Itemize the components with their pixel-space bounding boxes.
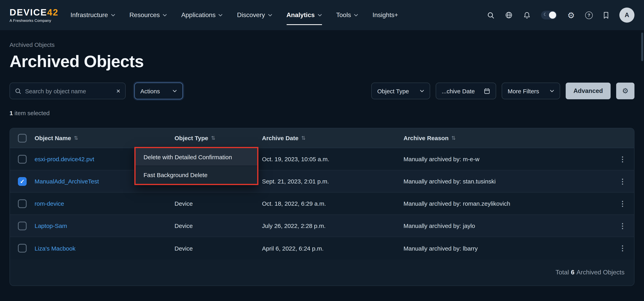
nav-item-discovery[interactable]: Discovery — [237, 9, 272, 21]
bell-icon[interactable] — [523, 11, 531, 19]
chevron-down-icon — [162, 14, 167, 16]
nav-item-analytics[interactable]: Analytics — [286, 9, 322, 21]
logo-42: 42 — [47, 7, 58, 17]
navbar-icons: ☾ ⚙ ? A — [487, 7, 634, 23]
object-name-link[interactable]: Liza's Macbook — [34, 245, 76, 252]
chevron-down-icon — [318, 14, 322, 16]
chevron-down-icon — [218, 14, 223, 16]
column-header-object-type[interactable]: Object Type⇅ — [174, 135, 262, 141]
user-avatar[interactable]: A — [619, 7, 634, 23]
selection-status: 1 item selected — [10, 110, 634, 116]
actions-label: Actions — [140, 88, 160, 94]
selection-count: 1 — [10, 110, 13, 116]
help-question-mark: ? — [585, 11, 593, 19]
select-all-checkbox[interactable] — [18, 134, 27, 142]
gear-icon: ⚙ — [622, 87, 628, 94]
nav-item-tools[interactable]: Tools — [336, 9, 358, 21]
archive-date-label: ...chive Date — [442, 88, 475, 94]
row-checkbox[interactable] — [18, 155, 27, 163]
actions-dropdown-button[interactable]: Actions — [134, 83, 183, 99]
nav-item-infrastructure[interactable]: Infrastructure — [70, 9, 115, 21]
toolbar-filters: Object Type ...chive Date More Filters A… — [371, 83, 634, 99]
table-row: Liza's MacbookDeviceApril 6, 2022, 6:24 … — [10, 237, 634, 259]
nav-item-label: Discovery — [237, 11, 265, 19]
more-filters-label: More Filters — [508, 88, 539, 94]
page-title: Archived Objects — [10, 52, 634, 71]
column-label: Archive Reason — [404, 135, 448, 141]
total-suffix: Archived Objects — [576, 269, 624, 276]
total-label: Total — [556, 269, 569, 276]
more-filters-dropdown[interactable]: More Filters — [502, 83, 560, 99]
search-box: ✕ — [10, 83, 126, 99]
object-type-cell: Device — [174, 245, 262, 252]
nav-item-insights[interactable]: Insights+ — [372, 9, 398, 21]
sort-icon[interactable]: ⇅ — [74, 135, 78, 141]
row-checkbox[interactable] — [18, 221, 27, 230]
column-header-archive-reason[interactable]: Archive Reason⇅ — [404, 135, 611, 141]
sort-icon[interactable]: ⇅ — [452, 135, 456, 141]
column-header-archive-date[interactable]: Archive Date⇅ — [262, 135, 404, 141]
clear-search-icon[interactable]: ✕ — [116, 88, 120, 94]
search-icon[interactable] — [487, 11, 494, 19]
nav-item-applications[interactable]: Applications — [181, 9, 223, 21]
object-type-cell: Device — [174, 222, 262, 229]
row-checkbox[interactable] — [18, 199, 27, 208]
column-label: Object Type — [174, 135, 208, 141]
nav-item-label: Infrastructure — [70, 11, 108, 19]
archive-date-cell: Oct. 19, 2023, 10:05 a.m. — [262, 156, 404, 162]
chevron-down-icon — [354, 14, 358, 16]
table-body: esxi-prod.device42.pvtDeviceOct. 19, 202… — [10, 148, 634, 259]
object-type-filter[interactable]: Object Type — [371, 83, 430, 99]
device42-app: DEVICE42 A Freshworks Company Infrastruc… — [0, 0, 644, 301]
scrollbar-thumb[interactable] — [641, 32, 643, 61]
object-name-link[interactable]: ManualAdd_ArchiveTest — [34, 178, 99, 185]
nav-item-resources[interactable]: Resources — [130, 9, 167, 21]
nav-item-label: Resources — [130, 11, 160, 19]
theme-toggle[interactable]: ☾ — [541, 11, 557, 19]
table-settings-button[interactable]: ⚙ — [616, 83, 634, 99]
advanced-button[interactable]: Advanced — [566, 83, 610, 99]
search-input[interactable] — [25, 88, 112, 94]
archive-date-cell: April 6, 2022, 6:24 p.m. — [262, 245, 404, 252]
selection-label: item selected — [14, 110, 50, 116]
archive-date-cell: July 26, 2022, 2:28 p.m. — [262, 222, 404, 229]
sort-icon[interactable]: ⇅ — [301, 135, 306, 141]
row-checkbox[interactable]: ✓ — [18, 177, 27, 186]
archive-reason-cell: Manually archived by: jaylo — [404, 222, 611, 229]
row-menu-kebab-icon[interactable]: ⋮ — [616, 244, 628, 253]
object-name-link[interactable]: esxi-prod.device42.pvt — [34, 156, 94, 162]
menu-item-delete-with-detailed-confirmation[interactable]: Delete with Detailed Confirmation — [136, 148, 257, 166]
archive-reason-cell: Manually archived by: roman.zeylikovich — [404, 200, 611, 207]
object-type-cell: Device — [174, 200, 262, 207]
column-label: Archive Date — [262, 135, 298, 141]
chevron-down-icon — [268, 14, 272, 16]
actions-menu: Delete with Detailed ConfirmationFast Ba… — [134, 147, 258, 185]
row-menu-kebab-icon[interactable]: ⋮ — [616, 199, 628, 208]
nav-item-label: Insights+ — [372, 11, 398, 19]
table-row: esxi-prod.device42.pvtDeviceOct. 19, 202… — [10, 148, 634, 170]
menu-item-fast-background-delete[interactable]: Fast Background Delete — [136, 166, 257, 184]
moon-icon: ☾ — [544, 12, 548, 17]
sort-icon[interactable]: ⇅ — [211, 135, 216, 141]
chevron-down-icon — [420, 89, 424, 92]
table-row: Laptop-SamDeviceJuly 26, 2022, 2:28 p.m.… — [10, 215, 634, 237]
page-content: Archived Objects Archived Objects ✕ Acti… — [0, 41, 644, 286]
archive-date-filter[interactable]: ...chive Date — [436, 83, 496, 99]
device42-logo[interactable]: DEVICE42 A Freshworks Company — [10, 8, 58, 22]
object-name-link[interactable]: rom-device — [34, 200, 64, 207]
chevron-down-icon — [550, 89, 554, 92]
bookmark-icon[interactable] — [603, 11, 609, 19]
table-row: ✓ManualAdd_ArchiveTestDeviceSept. 21, 20… — [10, 170, 634, 193]
column-header-object-name[interactable]: Object Name⇅ — [34, 135, 174, 141]
row-menu-kebab-icon[interactable]: ⋮ — [616, 155, 628, 163]
help-icon[interactable]: ? — [585, 11, 593, 19]
row-checkbox[interactable] — [18, 244, 27, 253]
chevron-down-icon — [111, 14, 115, 16]
settings-gear-icon[interactable]: ⚙ — [567, 11, 575, 19]
globe-icon[interactable] — [505, 11, 513, 19]
breadcrumb: Archived Objects — [10, 41, 634, 48]
row-menu-kebab-icon[interactable]: ⋮ — [616, 177, 628, 186]
toggle-knob — [549, 11, 556, 19]
row-menu-kebab-icon[interactable]: ⋮ — [616, 221, 628, 230]
object-name-link[interactable]: Laptop-Sam — [34, 222, 67, 229]
